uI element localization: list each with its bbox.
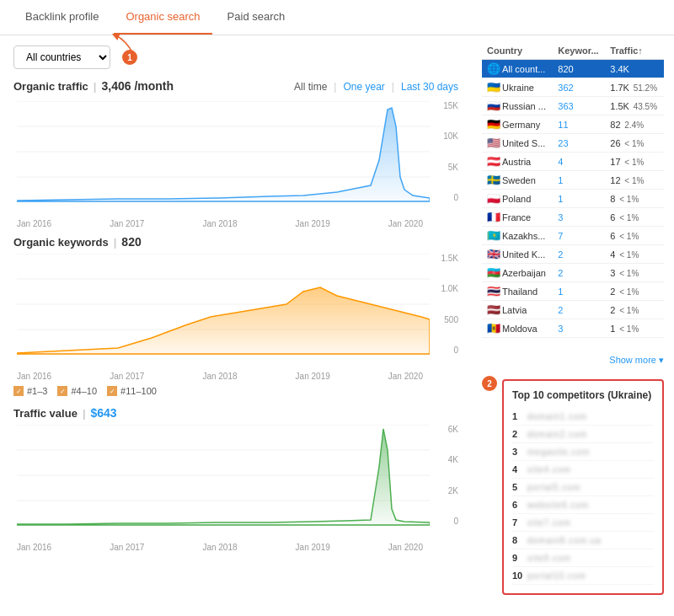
country-keywords: 2 [553,301,605,319]
y-label-15k: 15K [435,101,458,110]
show-more-button[interactable]: Show more ▾ [482,351,664,369]
competitor-row: 2 domain2.com [512,426,654,443]
competitor-name[interactable]: site4.com [527,465,654,474]
tab-bar: Backlink profile Organic search Paid sea… [0,0,674,35]
time-filter-all[interactable]: All time [294,81,327,93]
country-select[interactable]: All countries Ukraine Russia Germany Uni… [13,46,110,69]
tv-y-2k: 2K [435,486,458,495]
country-name: 🇷🇺Russian ... [482,97,553,115]
competitors-title: Top 10 competitors (Ukraine) [512,389,654,401]
country-keywords: 4 [553,153,605,171]
legend-cb-1-3[interactable] [13,386,24,396]
country-traffic: 6 < 1% [605,227,664,245]
competitor-name[interactable]: site9.com [527,554,654,563]
tab-backlink-profile[interactable]: Backlink profile [13,0,110,35]
country-traffic: 6 < 1% [605,208,664,227]
competitor-rank: 1 [512,411,527,421]
competitor-row: 1 domain1.com [512,408,654,426]
country-table-row[interactable]: 🇦🇿Azerbaijan 2 3 < 1% [482,264,664,282]
y-label-10k: 10K [435,131,458,141]
country-table-row[interactable]: 🇬🇧United K... 2 4 < 1% [482,245,664,264]
country-traffic: 8 < 1% [605,190,664,208]
competitor-rank: 3 [512,447,527,457]
country-table-row[interactable]: 🇱🇻Latvia 2 2 < 1% [482,301,664,319]
time-filter-one-year[interactable]: One year [343,81,384,93]
country-keywords: 11 [553,115,605,134]
col-country: Country [482,42,553,60]
competitor-name[interactable]: portal5.com [527,483,654,492]
competitor-name[interactable]: megasite.com [527,447,654,457]
country-table-row[interactable]: 🇲🇩Moldova 3 1 < 1% [482,319,664,338]
country-keywords: 7 [553,227,605,245]
country-traffic: 3 < 1% [605,264,664,282]
tab-organic-search[interactable]: Organic search [114,0,211,35]
country-traffic: 82 2.4% [605,115,664,134]
country-traffic: 3.4K [605,60,664,78]
country-keywords: 2 [553,264,605,282]
country-name: 🇩🇪Germany [482,115,553,134]
legend-cb-11-100[interactable] [107,386,117,396]
kw-y-0: 0 [435,345,458,355]
country-traffic: 1 < 1% [605,319,664,338]
legend-item-4-10[interactable]: #4–10 [57,386,97,396]
tv-y-0: 0 [435,517,458,526]
competitor-row: 7 site7.com [512,514,654,532]
competitors-list: 1 domain1.com 2 domain2.com 3 megasite.c… [512,408,654,585]
competitor-name[interactable]: website6.com [527,501,654,510]
kw-y-500: 500 [435,315,458,324]
traffic-chart-x-labels: Jan 2016 Jan 2017 Jan 2018 Jan 2019 Jan … [13,217,426,228]
competitor-name[interactable]: domain2.com [527,430,654,439]
country-keywords: 1 [553,190,605,208]
time-filter-30-days[interactable]: Last 30 days [401,81,458,93]
keywords-legend: #1–3 #4–10 #11–100 [13,386,458,396]
right-panel: Country Keywor... Traffic↑ 🌐All count...… [472,35,674,602]
country-table-row[interactable]: 🇵🇱Poland 1 8 < 1% [482,190,664,208]
legend-item-11-100[interactable]: #11–100 [107,386,157,396]
country-table-row[interactable]: 🇫🇷France 3 6 < 1% [482,208,664,227]
competitor-name[interactable]: domain8.com.ua [527,536,654,545]
country-table-row[interactable]: 🇺🇸United S... 23 26 < 1% [482,134,664,153]
legend-cb-4-10[interactable] [57,386,67,396]
country-name: 🌐All count... [482,60,553,78]
competitor-row: 4 site4.com [512,461,654,479]
keywords-chart-x-labels: Jan 2016 Jan 2017 Jan 2018 Jan 2019 Jan … [13,370,426,381]
country-table-row[interactable]: 🇷🇺Russian ... 363 1.5K 43.5% [482,97,664,115]
country-name: 🇰🇿Kazakhs... [482,227,553,245]
competitor-rank: 7 [512,517,527,528]
tv-y-4k: 4K [435,455,458,464]
competitor-rank: 8 [512,535,527,545]
competitor-name[interactable]: portal10.com [527,571,654,581]
country-filter-row: All countries Ukraine Russia Germany Uni… [13,46,458,69]
country-name: 🇵🇱Poland [482,190,553,208]
legend-item-1-3[interactable]: #1–3 [13,386,47,396]
country-name: 🇦🇿Azerbaijan [482,264,553,282]
country-name: 🇱🇻Latvia [482,301,553,319]
country-table-row[interactable]: 🇰🇿Kazakhs... 7 6 < 1% [482,227,664,245]
country-name: 🇲🇩Moldova [482,319,553,338]
tab-paid-search[interactable]: Paid search [216,0,297,35]
country-traffic: 4 < 1% [605,245,664,264]
competitor-row: 10 portal10.com [512,567,654,585]
kw-y-15k: 1.5K [435,254,458,263]
country-table-row[interactable]: 🌐All count... 820 3.4K [482,60,664,78]
country-name: 🇸🇪Sweden [482,171,553,190]
country-traffic: 2 < 1% [605,301,664,319]
country-keywords: 3 [553,319,605,338]
keywords-value: 820 [121,235,141,249]
annotation-2: 2 [482,376,497,391]
country-table-row[interactable]: 🇹🇭Thailand 1 2 < 1% [482,282,664,301]
competitor-name[interactable]: domain1.com [527,412,654,421]
country-table-row[interactable]: 🇦🇹Austria 4 17 < 1% [482,153,664,171]
traffic-chart: 15K 10K 5K 0 [13,101,458,211]
country-name: 🇹🇭Thailand [482,282,553,301]
col-keywords: Keywor... [553,42,605,60]
country-keywords: 3 [553,208,605,227]
country-table-row[interactable]: 🇸🇪Sweden 1 12 < 1% [482,171,664,190]
competitor-rank: 9 [512,553,527,563]
country-table-row[interactable]: 🇺🇦Ukraine 362 1.7K 51.2% [482,78,664,97]
time-filters: All time | One year | Last 30 days [294,81,458,93]
country-table-row[interactable]: 🇩🇪Germany 11 82 2.4% [482,115,664,134]
organic-traffic-header: Organic traffic | 3,406 /month [13,79,174,93]
competitor-name[interactable]: site7.com [527,518,654,528]
competitor-row: 8 domain8.com.ua [512,532,654,549]
